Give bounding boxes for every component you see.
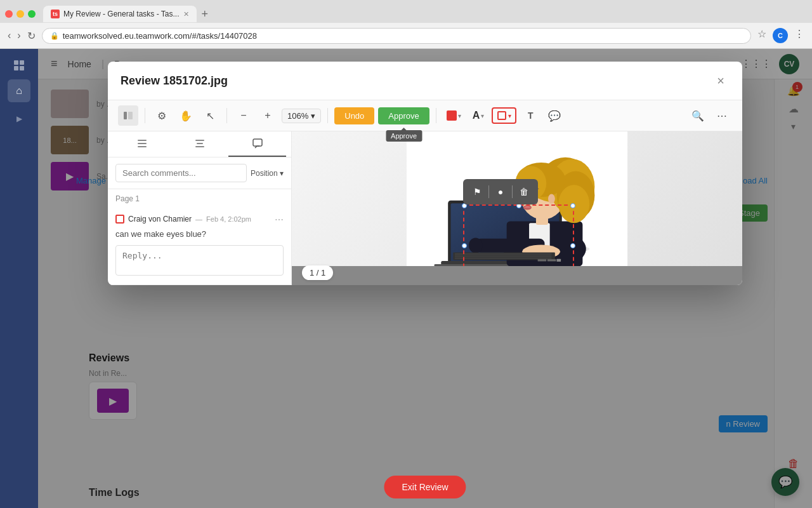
avatar-icon[interactable]: C (773, 28, 788, 43)
traffic-lights (5, 10, 36, 18)
traffic-light-green[interactable] (28, 10, 36, 18)
panel-tab-list[interactable] (113, 131, 171, 157)
search-btn[interactable]: 🔍 (688, 105, 708, 126)
sidebar-home-icon[interactable]: ⌂ (8, 79, 30, 102)
comment-text: can we make eyes blue? (115, 229, 284, 240)
search-input[interactable] (115, 164, 247, 182)
svg-rect-51 (557, 259, 561, 262)
tab-favicon: ts (51, 10, 60, 18)
settings-btn[interactable]: ⚙ (152, 105, 172, 126)
svg-rect-5 (128, 112, 133, 119)
annotation-floating-toolbar: ⚑ ● 🗑 (463, 179, 538, 204)
panel-tab-align[interactable] (171, 131, 228, 157)
svg-rect-10 (195, 140, 204, 141)
back-btn[interactable]: ‹ (8, 30, 11, 41)
browser-actions: ☆ C ⋮ (757, 28, 804, 43)
panel-tabs (108, 131, 291, 157)
new-tab-btn[interactable]: + (197, 8, 214, 21)
modal-close-btn[interactable]: × (712, 72, 730, 90)
svg-rect-13 (253, 139, 262, 146)
svg-rect-49 (538, 259, 547, 261)
star-icon[interactable]: ☆ (757, 28, 766, 43)
comment-menu-btn[interactable]: ⋯ (275, 215, 284, 225)
svg-point-30 (558, 185, 589, 223)
zoom-control[interactable]: 106% ▾ (282, 109, 321, 123)
tab-bar: ts My Review - General tasks - Tas... ✕ … (0, 0, 812, 23)
approve-btn-wrapper: Approve Approve (378, 107, 429, 124)
border-chevron-icon: ▾ (508, 112, 511, 119)
ann-sep (488, 185, 489, 198)
url-text: teamworksolved.eu.teamwork.com/#/tasks/1… (63, 31, 257, 41)
svg-rect-1 (20, 60, 24, 65)
review-modal: Review 1851702.jpg × ⚙ ✋ ↖ (108, 62, 742, 285)
comment-separator: — (195, 215, 202, 223)
text-color-chevron-icon: ▾ (481, 112, 484, 119)
photo-area: ⚑ ● 🗑 (292, 131, 742, 266)
zoom-in-btn[interactable]: + (258, 105, 278, 126)
comment-color-badge (115, 215, 124, 224)
svg-rect-46 (455, 253, 551, 255)
comment-item: Craig von Chamier — Feb 4, 2:02pm ⋯ can … (108, 208, 291, 285)
text-a-icon: A (473, 110, 480, 121)
search-bar: Position ▾ (108, 157, 291, 189)
hand-tool-btn[interactable]: ✋ (176, 105, 196, 126)
svg-rect-0 (14, 60, 18, 65)
traffic-light-yellow[interactable] (16, 10, 24, 18)
zoom-chevron-icon: ▾ (311, 111, 315, 121)
fill-color-btn[interactable]: ▾ (443, 109, 465, 123)
content-area: ≡ Home | R... ⋮⋮⋮ CV by ... 18... by ...… (38, 49, 812, 508)
modal-overlay: Review 1851702.jpg × ⚙ ✋ ↖ (38, 49, 812, 508)
text-insert-btn[interactable]: T (520, 105, 540, 126)
lock-icon: 🔒 (50, 32, 59, 40)
menu-dots-icon[interactable]: ⋮ (794, 28, 804, 43)
url-bar[interactable]: 🔒 teamworksolved.eu.teamwork.com/#/tasks… (42, 28, 751, 44)
comment-author: Craig von Chamier (128, 215, 192, 224)
approve-tooltip: Approve (386, 130, 422, 142)
refresh-btn[interactable]: ↻ (27, 30, 36, 42)
page-counter: 1 / 1 (302, 265, 333, 280)
app-background: ⌂ ▶ ≡ Home | R... ⋮⋮⋮ CV by ... 18... by… (0, 49, 812, 508)
svg-rect-2 (14, 66, 18, 70)
svg-rect-6 (498, 112, 506, 119)
approve-btn[interactable]: Approve (378, 107, 429, 124)
reply-input[interactable] (115, 245, 284, 276)
comment-btn[interactable]: 💬 (544, 105, 565, 126)
exit-review-btn[interactable]: Exit Review (384, 476, 466, 498)
text-color-btn[interactable]: A ▾ (469, 108, 488, 123)
more-options-btn[interactable]: ⋯ (712, 105, 732, 126)
image-panel: ⚑ ● 🗑 1 / 1 (292, 131, 742, 285)
fill-color-swatch (447, 110, 457, 121)
toolbar-sep-3 (327, 108, 328, 123)
svg-point-39 (469, 238, 483, 253)
sidebar: ⌂ ▶ (0, 49, 38, 508)
undo-btn[interactable]: Undo (334, 107, 374, 124)
svg-rect-50 (547, 259, 556, 261)
sidebar-nav-icon-1[interactable]: ▶ (8, 107, 30, 130)
comment-date: Feb 4, 2:02pm (206, 215, 251, 223)
tab-close-btn[interactable]: ✕ (183, 10, 189, 18)
toolbar-sep-2 (226, 108, 227, 123)
forward-btn[interactable]: › (17, 30, 20, 41)
svg-rect-3 (20, 66, 24, 70)
border-style-btn[interactable]: ▾ (492, 107, 516, 124)
panel-tab-comments[interactable] (228, 131, 286, 157)
toolbar-sep-1 (145, 108, 145, 123)
annotation-delete-btn[interactable]: 🗑 (515, 183, 533, 201)
zoom-out-btn[interactable]: − (233, 105, 254, 126)
sidebar-logo-icon[interactable] (8, 54, 30, 77)
page-label: Page 1 (108, 189, 291, 208)
zoom-value: 106% (287, 111, 308, 121)
comment-header: Craig von Chamier — Feb 4, 2:02pm ⋯ (115, 215, 284, 225)
position-filter-btn[interactable]: Position ▾ (251, 169, 284, 178)
traffic-light-red[interactable] (5, 10, 13, 18)
arrow-tool-btn[interactable]: ↖ (200, 105, 220, 126)
toolbar-sep-4 (436, 108, 436, 123)
sidebar-toggle-btn[interactable] (118, 105, 138, 126)
tab-label: My Review - General tasks - Tas... (63, 10, 180, 18)
annotation-flag-btn[interactable]: ⚑ (468, 183, 486, 201)
annotation-color-btn[interactable]: ● (492, 183, 509, 201)
svg-rect-7 (138, 140, 147, 141)
image-viewer: ⚑ ● 🗑 1 / 1 (292, 131, 742, 285)
svg-rect-47 (455, 255, 551, 257)
browser-tab[interactable]: ts My Review - General tasks - Tas... ✕ (43, 6, 197, 22)
